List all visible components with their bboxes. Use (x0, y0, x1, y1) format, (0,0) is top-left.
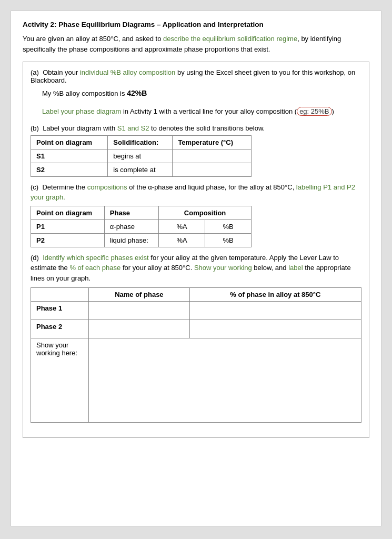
section-d-green3: Show your working (194, 264, 252, 272)
label-instruction: Label your phase diagram in Activity 1 w… (42, 107, 361, 116)
section-a-label: (a) Obtain your individual %B alloy comp… (31, 68, 361, 84)
section-c-text2: of the α-phase and liquid phase, for the… (127, 183, 296, 191)
table-row: Phase 2 (31, 320, 361, 338)
section-b-text1: Label your diagram with (43, 124, 117, 132)
intro-text1: You are given an alloy at 850°C, and ask… (23, 35, 163, 43)
section-c-green1: compositions (87, 183, 127, 191)
section-a-text1: Obtain your (43, 68, 80, 76)
table-row: Phase 1 (31, 302, 361, 320)
section-d-text2: for your alloy at 850°C. (120, 264, 194, 272)
table-d-header-empty (31, 288, 89, 302)
page-title: Activity 2: Phase Equilibrium Diagrams –… (23, 21, 369, 28)
table-d-phase2-percent (189, 320, 361, 338)
table-c-row1-comp-b: %B (205, 219, 252, 233)
label-green2: phase diagram (76, 107, 121, 115)
table-d-phase1-name (89, 302, 190, 320)
section-d-letter: (d) (31, 254, 39, 262)
table-d-phase1-label: Phase 1 (31, 302, 89, 320)
table-c-row1-phase: α-phase (104, 219, 158, 233)
table-b-row2-temp (173, 163, 252, 176)
intro-paragraph: You are given an alloy at 850°C, and ask… (23, 34, 369, 54)
table-c-row2-point: P2 (31, 233, 105, 247)
table-d: Name of phase % of phase in alloy at 850… (31, 287, 361, 423)
table-row: P2 liquid phase: %A %B (31, 233, 252, 247)
table-c-row2-comp-b: %B (205, 233, 252, 247)
label-green1: Label your (42, 107, 76, 115)
main-box: (a) Obtain your individual %B alloy comp… (23, 62, 369, 438)
table-b-row2-solid: is complete at (108, 163, 173, 176)
example-badge: eg: 25%B (297, 107, 331, 116)
table-b-header-2: Solidification: (108, 135, 173, 149)
table-c-row1-comp-a: %A (159, 219, 205, 233)
section-d-green1: Identify which specific phases exist (43, 254, 149, 262)
table-d-phase2-label: Phase 2 (31, 320, 89, 338)
intro-green: describe the equilibrium solidification … (163, 35, 297, 43)
section-c: (c) Determine the compositions of the α-… (31, 182, 361, 247)
section-c-intro: (c) Determine the compositions of the α-… (31, 182, 361, 203)
table-row: S2 is complete at (31, 163, 252, 176)
table-c-header-1: Point on diagram (31, 206, 105, 219)
table-c-row2-comp-a: %A (159, 233, 205, 247)
table-b-header-1: Point on diagram (31, 135, 108, 149)
section-a-green: individual %B alloy composition (80, 68, 175, 76)
section-d-intro: (d) Identify which specific phases exist… (31, 253, 361, 284)
table-row: P1 α-phase %A %B (31, 219, 252, 233)
section-d-green2: % of each phase (69, 264, 120, 272)
section-c-letter: (c) (31, 183, 38, 191)
table-d-working-label: Show your working here: (31, 338, 89, 423)
section-b-green: S1 and S2 (117, 124, 149, 132)
alloy-line-text: My %B alloy composition is (42, 89, 127, 97)
section-b-intro: (b) Label your diagram with S1 and S2 to… (31, 124, 361, 132)
table-b-row2-point: S2 (31, 163, 108, 176)
section-a-letter: (a) (31, 68, 39, 76)
label-end: ) (332, 107, 334, 115)
table-row: Show your working here: (31, 338, 361, 423)
table-d-header-name: Name of phase (89, 288, 190, 302)
table-b: Point on diagram Solidification: Tempera… (31, 135, 252, 177)
table-b-header-3: Temperature (°C) (173, 135, 252, 149)
alloy-value: 42%B (127, 89, 147, 97)
section-c-text1: Determine the (42, 183, 87, 191)
alloy-line: My %B alloy composition is 42%B (42, 87, 361, 99)
section-b-letter: (b) (31, 124, 39, 132)
label-mid: in Activity 1 with a vertical line for y… (121, 107, 297, 115)
table-b-row1-point: S1 (31, 149, 108, 163)
table-d-phase2-name (89, 320, 190, 338)
section-d-text3: below, and (252, 264, 288, 272)
section-d-green4: label (288, 264, 303, 272)
section-d: (d) Identify which specific phases exist… (31, 253, 361, 423)
table-d-header-percent: % of phase in alloy at 850°C (189, 288, 361, 302)
table-c-header-2: Phase (104, 206, 158, 219)
table-c-row1-point: P1 (31, 219, 105, 233)
section-b: (b) Label your diagram with S1 and S2 to… (31, 124, 361, 177)
table-d-working-area (89, 338, 361, 423)
table-b-row1-solid: begins at (108, 149, 173, 163)
table-c: Point on diagram Phase Composition P1 α-… (31, 206, 252, 247)
table-d-phase1-percent (189, 302, 361, 320)
table-c-row2-phase: liquid phase: (104, 233, 158, 247)
table-row: S1 begins at (31, 149, 252, 163)
title-text: Activity 2: Phase Equilibrium Diagrams –… (23, 21, 264, 28)
table-c-header-3: Composition (159, 206, 252, 219)
table-b-row1-temp (173, 149, 252, 163)
section-b-text2: to denotes the solid transitions below. (149, 124, 265, 132)
section-a: (a) Obtain your individual %B alloy comp… (31, 68, 361, 116)
page-container: Activity 2: Phase Equilibrium Diagrams –… (11, 11, 381, 526)
